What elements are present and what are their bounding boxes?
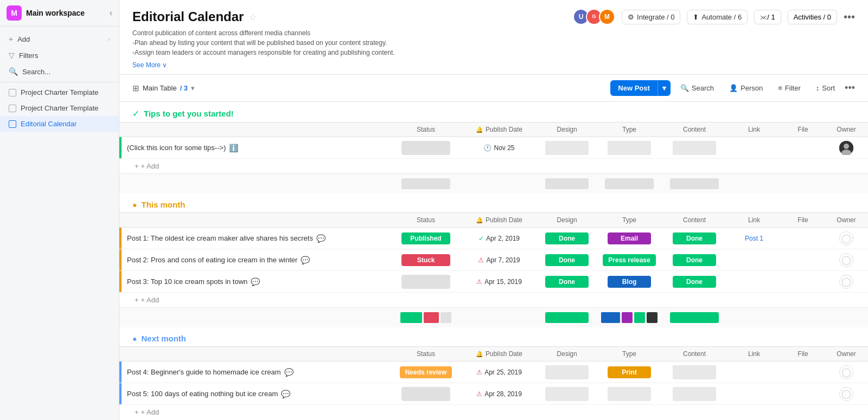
row-name-cell: Post 5: 100 days of eating nothing but i… [122, 385, 391, 403]
cell-design[interactable]: Done [537, 274, 597, 290]
col-header-status: Status [391, 122, 461, 137]
cell-link[interactable]: Post 1 [727, 232, 781, 244]
cell-publish: ✓ Apr 2, 2019 [461, 232, 537, 244]
owner-placeholder[interactable]: ◯ [839, 387, 853, 401]
chat-icon[interactable]: 💬 [281, 390, 290, 398]
header-top-row: Editorial Calendar ☆ U G M ⚙ Integrate /… [132, 9, 855, 25]
project-icon-2 [9, 105, 16, 112]
cell-link [727, 280, 781, 284]
sidebar-filters-item[interactable]: ▽ Filters [0, 47, 119, 63]
filter-icon: ≡ [778, 84, 782, 92]
sidebar-item-project-1[interactable]: Project Charter Template [0, 85, 119, 100]
owner-placeholder[interactable]: ◯ [839, 275, 853, 289]
toolbar-more-button[interactable]: ••• [845, 82, 855, 94]
chat-icon[interactable]: 💬 [284, 368, 293, 377]
summary-status-2 [391, 310, 461, 325]
cell-type[interactable]: Blog [597, 274, 662, 290]
sidebar-search-item[interactable]: 🔍 Search... [0, 63, 119, 80]
project-icon [9, 89, 16, 96]
group-tips-icon: ✓ [132, 108, 139, 119]
summary-type [597, 176, 662, 191]
summary-file-2 [781, 315, 825, 320]
col-hdr-publish-2: 🔔 Publish Date [461, 213, 537, 227]
empty-status [401, 141, 450, 155]
person-button[interactable]: 👤 Person [724, 81, 768, 95]
cell-file [781, 280, 825, 284]
summary-file [781, 182, 825, 186]
favorite-star-icon[interactable]: ☆ [249, 12, 257, 22]
cell-status[interactable] [391, 273, 461, 291]
automate-button[interactable]: ⬆ Automate / 6 [687, 10, 748, 24]
add-row-this-month[interactable]: + + Add [119, 293, 868, 307]
type-badge: Blog [608, 276, 651, 288]
search-icon: 🔍 [680, 84, 689, 92]
add-label: + Add [141, 296, 159, 304]
sidebar-item-editorial-calendar[interactable]: Editorial Calendar [0, 116, 119, 132]
chat-icon[interactable]: 💬 [251, 277, 260, 286]
summary-status-bar [401, 178, 450, 189]
add-row-tips[interactable]: + + Add [119, 159, 868, 173]
header-more-button[interactable]: ••• [844, 11, 855, 23]
see-more-link[interactable]: See More ∨ [132, 61, 167, 69]
cell-status[interactable]: Needs review [391, 364, 461, 380]
automate-label: Automate / 6 [701, 13, 742, 21]
cell-status[interactable]: Stuck [391, 252, 461, 268]
sort-button[interactable]: ↕ Sort [810, 81, 840, 95]
avatar-3: M [599, 9, 615, 25]
chat-icon[interactable]: 💬 [316, 234, 326, 243]
summary-publish-2 [461, 315, 537, 320]
activities-button[interactable]: Activities / 0 [788, 10, 837, 24]
workspace-logo: M [7, 5, 22, 21]
add-row-next-month[interactable]: + + Add [119, 405, 868, 419]
cell-design[interactable]: Done [537, 252, 597, 268]
cell-content [662, 139, 727, 157]
row-name-text: (Click this icon for some tips-->) [127, 144, 226, 152]
row-name-cell: Post 3: Top 10 ice cream spots in town 💬 [122, 273, 391, 290]
sidebar-item-project-2[interactable]: Project Charter Template [0, 100, 119, 116]
filter-button[interactable]: ≡ Filter [773, 81, 806, 95]
cell-content[interactable]: Done [662, 252, 727, 268]
owner-placeholder[interactable]: ◯ [839, 231, 853, 245]
search-button[interactable]: 🔍 Search [675, 81, 719, 95]
cell-content[interactable]: Done [662, 230, 727, 247]
tip-icon[interactable]: ℹ️ [229, 144, 238, 152]
new-post-button[interactable]: New Post ▾ [610, 80, 671, 96]
col-header-design: Design [537, 122, 597, 137]
cell-file [781, 370, 825, 374]
row-name-cell: Post 4: Beginner's guide to homemade ice… [122, 364, 391, 381]
group-tips-header: ✓ Tips to get you started! [119, 102, 868, 122]
owner-placeholder[interactable]: ◯ [839, 365, 853, 379]
cell-file [781, 146, 825, 150]
table-selector[interactable]: ⊞ Main Table / 3 ▾ [132, 83, 195, 93]
integrate-button[interactable]: ⚙ Integrate / 0 [622, 10, 680, 24]
page-title: Editorial Calendar [132, 9, 244, 24]
sidebar-collapse-button[interactable]: ‹ [110, 8, 112, 18]
col-header-type: Type [597, 122, 662, 137]
cell-type[interactable]: Press release [597, 252, 662, 268]
cell-design [537, 385, 597, 403]
empty-content [673, 141, 716, 155]
cell-status[interactable] [391, 385, 461, 403]
members-button[interactable]: ⩙/ 1 [754, 10, 781, 24]
sidebar-add-item[interactable]: + Add › [0, 31, 119, 47]
owner-placeholder[interactable]: ◯ [839, 253, 853, 267]
cell-status[interactable]: Published [391, 230, 461, 247]
row-name-text: Post 5: 100 days of eating nothing but i… [127, 390, 278, 398]
sidebar-navigation: + Add › ▽ Filters 🔍 Search... Project Ch… [0, 27, 119, 136]
empty-content [673, 387, 716, 401]
publish-date: ⚠ Apr 25, 2019 [476, 369, 522, 376]
summary-owner [825, 182, 868, 186]
col-hdr-type-3: Type [597, 347, 662, 361]
cell-content[interactable]: Done [662, 274, 727, 290]
summary-content-bar [670, 178, 719, 189]
cell-owner [825, 139, 868, 157]
group-next-month-title: Next month [141, 334, 186, 343]
status-badge: Needs review [400, 366, 452, 378]
empty-design [545, 365, 589, 379]
chat-icon[interactable]: 💬 [301, 256, 310, 264]
cell-design[interactable] [537, 363, 597, 382]
cell-type[interactable]: Email [597, 230, 662, 247]
cell-design[interactable]: Done [537, 230, 597, 247]
add-icon: + [135, 408, 139, 416]
cell-type[interactable]: Print [597, 364, 662, 380]
